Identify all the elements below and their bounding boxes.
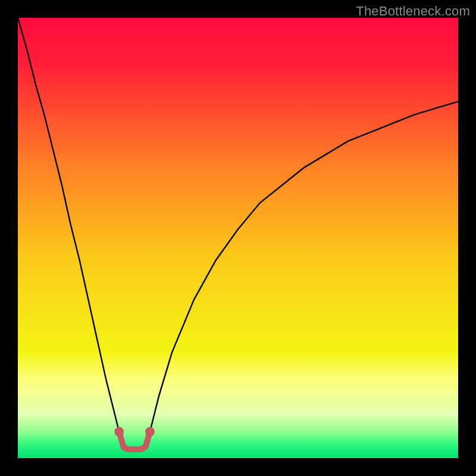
watermark-text: TheBottleneck.com [356, 4, 470, 19]
gradient-background [18, 18, 458, 458]
bottleneck-chart [18, 18, 458, 458]
chart-frame [18, 18, 458, 458]
highlight-endpoint [114, 427, 124, 437]
highlight-endpoint [145, 427, 155, 437]
